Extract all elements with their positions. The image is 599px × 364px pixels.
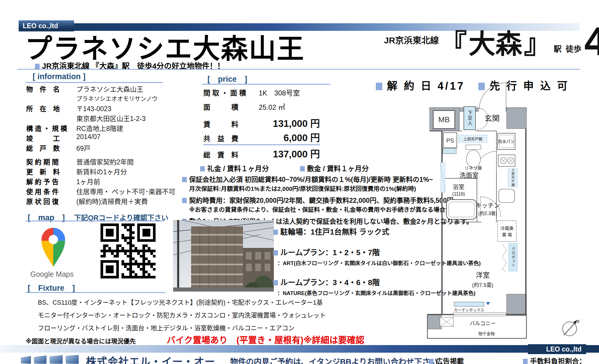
label-ps: PS bbox=[446, 137, 454, 144]
guarantee-note-sub: 月次保証料:月額賃料の1%または2,000円/原状回復保証料:原状回復費用の1%… bbox=[189, 184, 424, 193]
label-washroom: 洗面室 bbox=[459, 172, 479, 179]
info-label: 竣 工 bbox=[26, 133, 76, 143]
qr-code bbox=[101, 223, 156, 278]
deposit: 敷金 / 賃料１ヶ月分 bbox=[307, 165, 369, 173]
footer-ad-text: 広告掲載 bbox=[436, 357, 464, 364]
info-row-restoration: 原 状 回 復 (解約時)清掃費用＋実費 bbox=[26, 196, 169, 206]
company-name-bottom: LEO co.,ltd bbox=[546, 345, 582, 353]
contract-cost-note-sub: ※お客さまの賃貸条件により、保証会社・保証料・敷金・礼金等の費用やお手続きが異な… bbox=[189, 205, 424, 214]
info-value: 住居専用・ ペット不可･楽器不可 bbox=[76, 186, 175, 196]
info-value: 〒143-0023 東京都大田区山王1-2-3 bbox=[76, 103, 146, 123]
info-row-cancel-notice: 解 約 予 告 1ヶ月前 bbox=[26, 176, 169, 186]
compass-north-label: N bbox=[575, 319, 580, 324]
label-bathroom: 浴室 bbox=[453, 184, 464, 190]
price-row-rent: 賃 料 131,000 円 bbox=[203, 116, 320, 130]
price-value: 137,000 円 bbox=[259, 146, 320, 160]
walk-minutes: 4 bbox=[584, 26, 599, 57]
bullet-square-icon bbox=[35, 64, 40, 69]
price-table: 間 取 ・ 面 積 1K 308号室 面 積 25.02 ㎡ 賃 料 131,0… bbox=[203, 87, 320, 161]
google-maps-caption: Google Maps bbox=[30, 270, 74, 278]
price-value: 6,000 円 bbox=[259, 130, 320, 144]
info-label: 契 約 期 間 bbox=[26, 157, 76, 166]
roomplan-2-detail: ：NATURE(茶色フローリング・玄関床タイルは黒御影石・クローゼット建具茶色) bbox=[277, 289, 448, 296]
fixture-line: BS、CS110度・インターネット【フレッツ光ネクスト】(別途契約)・宅配ボック… bbox=[38, 296, 326, 309]
info-label: 物 件 名 bbox=[26, 84, 76, 94]
label-fridge-1: 冷蔵庫 bbox=[500, 226, 513, 231]
info-label: 解 約 予 告 bbox=[26, 176, 76, 186]
bicycle-parking-text: 駐輪場：1住戸1台無料 ラック式 bbox=[280, 228, 389, 236]
bottom-gradient-bar bbox=[0, 345, 599, 353]
label-upper-cabinet-2: 上部吊戸棚 bbox=[511, 168, 515, 187]
label-kitchen-size: (約2.3畳) bbox=[478, 211, 497, 216]
label-closet: クロゼット bbox=[511, 247, 515, 267]
price-value: 1K 308号室 bbox=[259, 87, 300, 97]
info-value: RC造地上8階建 bbox=[76, 123, 123, 133]
price-value: 25.02 ㎡ bbox=[259, 102, 285, 112]
info-row-use-conditions: 使 用 条 件 住居専用・ ペット不可･楽器不可 bbox=[26, 186, 169, 196]
bullet-square-icon bbox=[376, 83, 382, 90]
info-value: 69戸 bbox=[76, 143, 91, 153]
info-label: 使 用 条 件 bbox=[26, 186, 76, 196]
floor-plan: MB PS 下足入 玄関 上部吊戸棚 防水パン リネン庫 洗面室 上部吊戸棚 キ… bbox=[423, 75, 528, 340]
label-fridge-2: 置 場 bbox=[502, 232, 512, 237]
footer-contact: 物件の内見ご予約は、イタンジBBよりお問い合わせ下さい bbox=[230, 356, 438, 364]
info-label: 所 在 地 bbox=[26, 103, 76, 113]
price-row-common-fee: 共 益 費 6,000 円 bbox=[203, 130, 320, 144]
contract-cost-note: 契約時費用：家財保険20,000円/2年間、鍵交換手数料22,000円、契約事務… bbox=[182, 195, 424, 205]
info-value: 2014/07 bbox=[76, 133, 101, 141]
bullet-square-icon bbox=[273, 280, 278, 285]
info-label: 原 状 回 復 bbox=[26, 196, 76, 206]
label-western-room-size: (約7.5畳) bbox=[472, 282, 493, 288]
station-name: 大森 bbox=[468, 31, 522, 57]
label-balcony: バルコニー bbox=[470, 321, 496, 326]
price-row-layout: 間 取 ・ 面 積 1K 308号室 bbox=[203, 87, 320, 102]
info-row-completion: 竣 工 2014/07 bbox=[26, 133, 169, 143]
label-western-room: 洋室 bbox=[476, 271, 490, 279]
info-label: 更 新 料 bbox=[26, 166, 76, 176]
info-row-property-name: 物 件 名 プラネソシエ大森山王 プラネソシエオオモリサンノウ bbox=[26, 84, 169, 103]
walk-label: 徒歩 bbox=[565, 43, 581, 54]
bicycle-parking: 駐輪場：1住戸1台無料 ラック式 bbox=[273, 226, 448, 237]
building-photo bbox=[173, 220, 274, 292]
label-curtain-box: カーテンボックス bbox=[454, 308, 484, 312]
info-row-contract-period: 契 約 期 間 普通借家契約2年間 bbox=[26, 157, 169, 166]
price-underline bbox=[202, 84, 330, 85]
label-shoe-box: 下足入 bbox=[467, 110, 473, 126]
information-underline bbox=[26, 82, 163, 83]
bike-parking-notice: バイク置場あり (平置き・屋根有)※詳細は要確認 bbox=[167, 333, 364, 346]
price-value: 131,000 円 bbox=[259, 116, 320, 130]
fixture-underline bbox=[26, 292, 165, 293]
price-row-area: 面 積 25.02 ㎡ bbox=[203, 102, 320, 116]
fixture-section-title: [ Fixture ] bbox=[28, 282, 75, 293]
bike-roomplan-block: 駐輪場：1住戸1台無料 ラック式 ルームプラン：1・2・5・7階 ：ART(白木… bbox=[273, 226, 448, 296]
info-row-renewal-fee: 更 新 料 新賃料の1ヶ月分 bbox=[26, 166, 169, 176]
roomplan-1-detail: ：ART(白木フローリング・玄関床タイルは白い御影石・クローゼット建具淡い茶色) bbox=[277, 259, 448, 267]
bullet-square-icon bbox=[273, 230, 278, 235]
roomplan-2: ルームプラン：3・4・6・8階 bbox=[273, 276, 448, 287]
price-row-total-rent: 総 賃 料 137,000 円 bbox=[203, 144, 320, 161]
fixture-list: BS、CS110度・インターネット【フレッツ光ネクスト】(別途契約)・宅配ボック… bbox=[38, 296, 326, 335]
entrance-door-arc bbox=[479, 83, 506, 109]
label-kitchen: キッチン bbox=[475, 202, 500, 209]
bullet-square-icon bbox=[273, 250, 278, 255]
bullet-square-icon bbox=[182, 177, 187, 182]
bullet-square-icon bbox=[200, 166, 205, 171]
contract-cost-text: 契約時費用：家財保険20,000円/2年間、鍵交換手数料22,000円、契約事務… bbox=[189, 197, 453, 204]
label-drying-fixture: 物干金物 bbox=[478, 331, 495, 336]
company-logo-tab-bottom: LEO co.,ltd bbox=[528, 344, 586, 354]
info-value-main: プラネソシエ大森山王 bbox=[76, 84, 158, 94]
roomplan-2-title: ルームプラン：3・4・6・8階 bbox=[280, 278, 380, 287]
label-bathroom-size: (1116) bbox=[452, 191, 465, 196]
guarantee-note: 保証会社加入必須 初回総賃料40~70%/月額賃料の１%(毎月)/更新時 更新料… bbox=[182, 174, 424, 184]
footer-fee-detail: □ 貸主 0% □ 借主 100% bbox=[524, 362, 597, 364]
bullet-square-icon bbox=[429, 359, 434, 364]
map-underline bbox=[26, 221, 163, 221]
price-section-title: [ price ] bbox=[207, 73, 247, 84]
info-value-street: 東京都大田区山王1-2-3 bbox=[76, 113, 146, 123]
footer-ad-label: 広告掲載 bbox=[429, 356, 464, 364]
info-value: 1ヶ月前 bbox=[76, 176, 100, 186]
google-maps-icon bbox=[37, 225, 69, 268]
price-label: 面 積 bbox=[203, 102, 259, 112]
info-label: 構 造 ・ 規 模 bbox=[26, 123, 76, 133]
bracket-close: 』 bbox=[524, 31, 551, 57]
